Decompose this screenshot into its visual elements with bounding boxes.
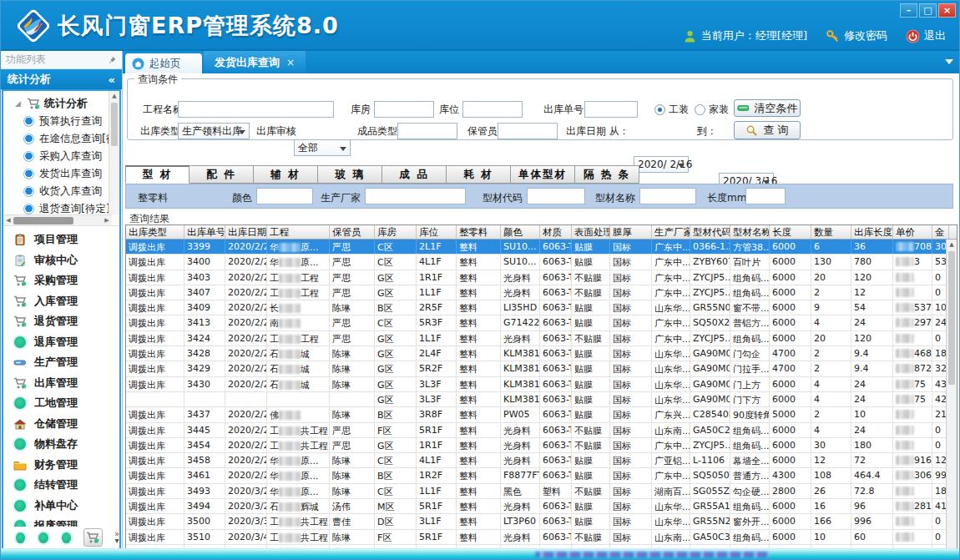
material-tab-7[interactable]: 单体型材 [511,165,575,184]
section-header[interactable]: 统计分析 « [1,69,122,89]
table-row[interactable]: 调拨出库35102020/3/4工共工程陈琳F区5R1F整料光身料6063-T5… [126,530,957,545]
table-row[interactable]: 调拨出库34452020/2/27工共工程严思F区5R1F整料光身料6063-T… [126,423,957,438]
table-row[interactable]: 调拨出库34092020/2/25长陈琳B区2R5F整料LI35HD6063-T… [126,300,957,315]
length-input[interactable] [745,188,786,204]
order-no-input[interactable] [584,101,638,118]
tree-item-2[interactable]: 在途信息查询[待 [3,130,119,148]
tree-hscroll-thumb[interactable] [13,217,73,225]
tab-home[interactable]: 起始页 [125,53,202,73]
column-header-20[interactable]: 金 [932,225,949,239]
column-header-17[interactable]: 数量 [811,225,851,239]
clear-conditions-button[interactable]: 清空条件 [734,99,801,117]
table-row[interactable]: 调拨出库34242020/2/26工工程严思G区1L1F整料光身料6063-T5… [126,331,957,346]
material-tab-2[interactable]: 配 件 [189,165,254,184]
maximize-button[interactable]: □ [919,3,937,18]
sidebar-item-1[interactable]: 项目管理 [3,230,119,250]
tree-item-4[interactable]: 发货出库查询 [3,165,119,183]
sidebar-item-8[interactable]: 出库管理 [3,373,119,394]
sidebar-item-5[interactable]: 退货管理 [3,311,119,332]
column-header-13[interactable]: 生产厂家 [652,225,690,239]
column-header-5[interactable]: 保管员 [330,225,375,239]
change-password-link[interactable]: 修改密码 [826,28,887,43]
column-header-9[interactable]: 颜色 [501,225,540,239]
radio-gongzhuang[interactable]: 工装 [654,103,689,117]
material-tab-3[interactable]: 辅 材 [254,165,318,184]
table-row[interactable]: 调拨出库34002020/2/25华原...严思C区4L1F整料SU10...6… [126,255,957,270]
logout-link[interactable]: 退出 [906,28,946,43]
radio-jiazhuang[interactable]: 家装 [695,103,729,117]
table-row[interactable]: 调拨出库34292020/2/26石城陈琳G区5R2F整料KLM38176063… [126,361,957,376]
profile-name-input[interactable] [639,188,696,204]
column-header-12[interactable]: 膜厚 [610,225,652,239]
table-row[interactable]: G区3L3F整料KLM38176063-T5贴膜国标山东华...GA90M09.… [126,392,957,407]
sidebar-item-13[interactable]: 结转管理 [3,475,119,496]
tree-horizontal-scrollbar[interactable]: ◀ ▶ [3,214,112,225]
location-input[interactable] [462,101,523,118]
table-row[interactable]: 调拨出库35002020/3/3工共工程曹佳D区3L1F整料LT3P606063… [126,514,957,529]
column-header-4[interactable]: 工程 [267,225,330,239]
column-header-3[interactable]: 出库日期 [225,225,267,239]
search-button[interactable]: 查 询 [734,121,801,139]
column-header-10[interactable]: 材质 [540,225,572,239]
out-type-dropdown[interactable]: 生产领料出库 [178,123,250,139]
project-name-input[interactable] [178,101,334,118]
tree-item-5[interactable]: 收货入库查询 [3,183,119,200]
column-header-16[interactable]: 长度 [770,225,811,239]
collapse-icon[interactable]: « [109,73,115,86]
minimize-button[interactable]: – [900,3,917,18]
scroll-left-icon[interactable]: ◀ [3,217,13,224]
module-dot-icon[interactable] [16,532,25,543]
tab-shipment-query[interactable]: 发货出库查询 × [204,51,306,73]
column-header-11[interactable]: 表面处理 [572,225,610,239]
material-tab-1[interactable]: 型 材 [125,165,189,184]
tree-vertical-scrollbar[interactable]: ▲ [109,91,119,214]
table-row[interactable]: 调拨出库34072020/2/25工工程严思G区1L1F整料光身料6063-T5… [126,285,957,300]
tree-item-1[interactable]: 预算执行查询 [3,113,119,130]
warehouse-input[interactable] [374,101,434,118]
color-input[interactable] [256,188,313,204]
material-tab-6[interactable]: 耗 材 [447,165,511,184]
table-row[interactable]: 调拨出库34932020/3/2华原...陈琳C区1L1F整料黑色塑料不贴膜国标… [126,484,957,499]
table-row[interactable]: 调拨出库34372020/2/27佛陈琳B区3R8F整料PW056063-T5贴… [126,407,957,422]
pin-icon[interactable] [107,55,117,65]
column-header-6[interactable]: 库房 [375,225,417,239]
material-tab-5[interactable]: 成 品 [382,165,447,184]
keeper-input[interactable] [498,123,558,139]
sidebar-item-10[interactable]: 仓储管理 [3,414,119,435]
sidebar-item-3[interactable]: 采购管理 [3,270,119,291]
tree-item-3[interactable]: 采购入库查询 [3,148,119,165]
table-vertical-scrollbar[interactable]: ▲ ▼ [946,240,957,560]
scroll-up-icon[interactable]: ▲ [109,91,119,102]
sidebar-item-12[interactable]: 财务管理 [3,455,119,476]
column-header-1[interactable]: 出库类型 [126,225,184,239]
scroll-up-icon[interactable]: ▲ [947,240,957,250]
scroll-right-icon[interactable]: ▶ [102,217,112,224]
tree-expander-icon[interactable]: ◢ [15,99,21,108]
sidebar-item-11[interactable]: 物料盘存 [3,434,119,455]
sidebar-item-2[interactable]: 审核中心 [3,250,119,271]
tab-close-icon[interactable]: × [286,57,295,68]
tree-vscroll-thumb[interactable] [111,103,118,146]
tree-root-node[interactable]: ◢ 统计分析 [3,91,119,113]
profile-code-input[interactable] [527,188,585,204]
column-header-7[interactable]: 库位 [417,225,457,239]
audit-dropdown[interactable]: 全部 [294,139,351,156]
column-header-2[interactable]: 出库单号 [184,225,225,239]
close-button[interactable]: × [938,3,956,18]
column-header-18[interactable]: 出库长度 [851,225,893,239]
column-header-15[interactable]: 型材名称 [730,225,770,239]
table-row[interactable]: 调拨出库34612020/2/28华原...陈琳B区1R2F整料F8877FT6… [126,468,957,483]
tab-overflow-icon[interactable] [945,59,953,64]
table-row[interactable]: 调拨出库33992020/2/25华原...严思C区2L1F整料SU10...6… [126,240,957,255]
sidebar-item-9[interactable]: 工地管理 [3,393,119,414]
maker-input[interactable] [365,188,466,204]
product-type-input[interactable] [397,123,457,139]
module-dot-icon[interactable] [38,532,48,543]
column-header-14[interactable]: 型材代码 [690,225,730,239]
material-tab-4[interactable]: 玻 璃 [318,165,382,184]
table-row[interactable]: 调拨出库34282020/2/26石城陈琳G区2L4F整料KLM38176063… [126,346,957,361]
sidebar-item-7[interactable]: 生产管理 [3,352,119,373]
table-row[interactable]: 调拨出库34132020/2/26南严思C区5R3F整料G714226063-T… [126,315,957,330]
table-vscroll-thumb[interactable] [948,251,955,385]
sidebar-item-14[interactable]: 补单中心 [3,496,119,517]
